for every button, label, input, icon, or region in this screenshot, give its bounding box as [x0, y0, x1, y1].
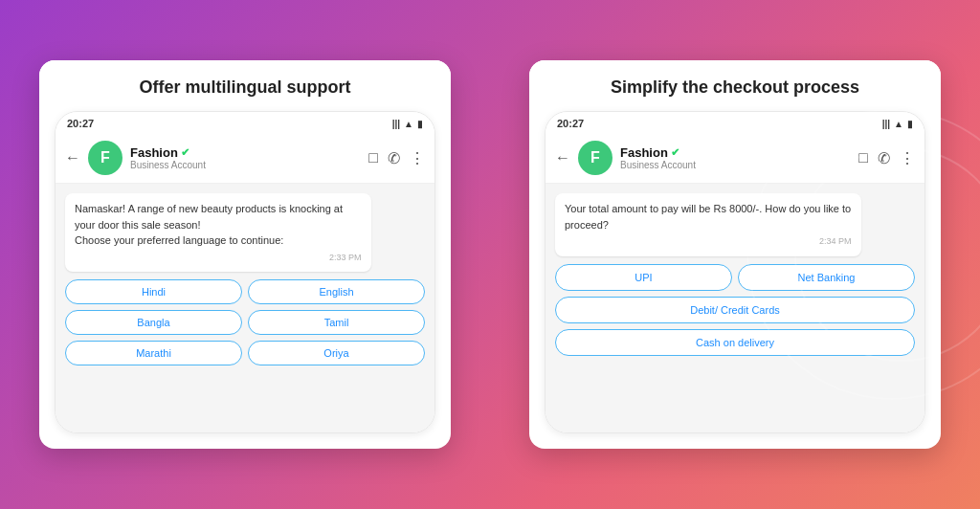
contact-name-left: Fashion ✔ — [130, 145, 361, 160]
battery-icon-right: ▮ — [907, 119, 913, 129]
status-time-left: 20:27 — [67, 118, 94, 129]
payment-btn-netbanking[interactable]: Net Banking — [738, 264, 915, 291]
wifi-icon-right: ▲ — [894, 119, 903, 129]
signal-icon-right: ||| — [882, 119, 890, 129]
lang-btn-tamil[interactable]: Tamil — [248, 310, 425, 335]
contact-sub-right: Business Account — [620, 160, 851, 170]
right-panel: Simplify the checkout process 20:27 ||| … — [490, 0, 980, 509]
payment-row-3: Cash on delivery — [555, 329, 915, 356]
message-bubble-right: Your total amount to pay will be Rs 8000… — [555, 193, 861, 256]
left-card: Offer multilingual support 20:27 ||| ▲ ▮… — [39, 60, 451, 449]
status-bar-right: 20:27 ||| ▲ ▮ — [546, 112, 924, 133]
contact-info-right: Fashion ✔ Business Account — [620, 145, 851, 170]
signal-icon: ||| — [392, 119, 400, 129]
battery-icon: ▮ — [417, 119, 423, 129]
lang-btn-bangla[interactable]: Bangla — [65, 310, 242, 335]
message-bubble-left: Namaskar! A range of new beauty products… — [65, 193, 371, 272]
verified-badge-left: ✔ — [181, 146, 189, 159]
payment-btn-upi[interactable]: UPI — [555, 264, 732, 291]
payment-btn-debit-credit[interactable]: Debit/ Credit Cards — [555, 297, 915, 323]
language-grid: Hindi English Bangla Tamil Marathi Oriya — [65, 279, 425, 365]
call-icon-left[interactable]: ✆ — [388, 149, 400, 167]
payment-btn-cod[interactable]: Cash on delivery — [555, 329, 915, 356]
right-card: Simplify the checkout process 20:27 ||| … — [529, 60, 941, 449]
message-text-left: Namaskar! A range of new beauty products… — [75, 201, 362, 249]
verified-badge-right: ✔ — [671, 146, 679, 159]
call-icon-right[interactable]: ✆ — [878, 149, 890, 167]
contact-sub-left: Business Account — [130, 160, 361, 170]
message-text-right: Your total amount to pay will be Rs 8000… — [565, 201, 852, 232]
avatar-right: F — [578, 141, 612, 175]
payment-options: UPI Net Banking Debit/ Credit Cards Cash… — [555, 264, 915, 356]
right-title: Simplify the checkout process — [529, 60, 941, 111]
chat-area-left: Namaskar! A range of new beauty products… — [56, 184, 434, 432]
lang-btn-marathi[interactable]: Marathi — [65, 341, 242, 365]
chat-header-right: ← F Fashion ✔ Business Account □ ✆ ⋮ — [546, 133, 924, 184]
payment-row-2: Debit/ Credit Cards — [555, 297, 915, 323]
chat-header-left: ← F Fashion ✔ Business Account □ ✆ ⋮ — [56, 133, 434, 184]
left-panel: Offer multilingual support 20:27 ||| ▲ ▮… — [0, 0, 490, 509]
more-icon-left[interactable]: ⋮ — [410, 149, 425, 167]
status-bar-left: 20:27 ||| ▲ ▮ — [56, 112, 434, 133]
video-icon-left[interactable]: □ — [368, 149, 378, 167]
status-time-right: 20:27 — [557, 118, 584, 129]
message-time-left: 2:33 PM — [75, 252, 362, 265]
wifi-icon: ▲ — [404, 119, 413, 129]
contact-info-left: Fashion ✔ Business Account — [130, 145, 361, 170]
contact-name-right: Fashion ✔ — [620, 145, 851, 160]
right-phone: 20:27 ||| ▲ ▮ ← F Fashion ✔ Business Acc… — [545, 111, 925, 433]
header-actions-left: □ ✆ ⋮ — [368, 149, 425, 167]
left-title: Offer multilingual support — [39, 60, 451, 111]
back-button-left[interactable]: ← — [65, 149, 80, 166]
more-icon-right[interactable]: ⋮ — [900, 149, 915, 167]
back-button-right[interactable]: ← — [555, 149, 570, 166]
header-actions-right: □ ✆ ⋮ — [858, 149, 915, 167]
video-icon-right[interactable]: □ — [858, 149, 868, 167]
status-icons-right: ||| ▲ ▮ — [882, 119, 913, 129]
left-phone: 20:27 ||| ▲ ▮ ← F Fashion ✔ Business Acc… — [55, 111, 435, 433]
status-icons-left: ||| ▲ ▮ — [392, 119, 423, 129]
chat-area-right: Your total amount to pay will be Rs 8000… — [546, 184, 924, 432]
lang-btn-oriya[interactable]: Oriya — [248, 341, 425, 365]
payment-row-1: UPI Net Banking — [555, 264, 915, 291]
lang-btn-hindi[interactable]: Hindi — [65, 279, 242, 304]
lang-btn-english[interactable]: English — [248, 279, 425, 304]
avatar-left: F — [88, 141, 122, 175]
message-time-right: 2:34 PM — [565, 235, 852, 249]
